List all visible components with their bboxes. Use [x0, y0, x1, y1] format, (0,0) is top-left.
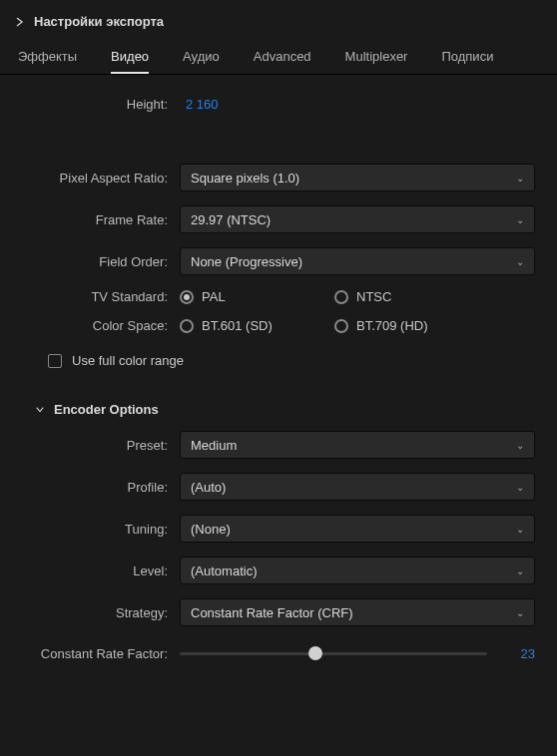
chevron-down-icon: ⌄	[516, 524, 524, 535]
radio-label: NTSC	[356, 289, 391, 304]
height-value[interactable]: 2 160	[180, 97, 219, 112]
profile-dropdown[interactable]: (Auto) ⌄	[180, 473, 535, 501]
field-order-dropdown[interactable]: None (Progressive) ⌄	[180, 247, 535, 275]
frame-rate-row: Frame Rate: 29.97 (NTSC) ⌄	[22, 205, 535, 233]
color-space-row: Color Space: BT.601 (SD) BT.709 (HD)	[22, 318, 535, 333]
radio-label: PAL	[202, 289, 226, 304]
checkbox-icon	[48, 354, 62, 368]
pixel-aspect-dropdown[interactable]: Square pixels (1.0) ⌄	[180, 164, 535, 191]
slider-track-line	[180, 652, 487, 655]
tuning-value: (None)	[191, 522, 231, 537]
crf-label: Constant Rate Factor:	[22, 646, 180, 661]
checkbox-label: Use full color range	[72, 353, 184, 368]
pixel-aspect-value: Square pixels (1.0)	[191, 171, 299, 186]
tuning-row: Tuning: (None) ⌄	[22, 515, 535, 543]
frame-rate-value: 29.97 (NTSC)	[191, 212, 271, 227]
chevron-down-icon	[36, 406, 44, 414]
chevron-down-icon: ⌄	[516, 214, 524, 225]
chevron-right-icon	[16, 18, 24, 26]
chevron-down-icon: ⌄	[516, 482, 524, 493]
tab-bar: Эффекты Видео Аудио Advanced Multiplexer…	[0, 37, 557, 75]
panel-title: Настройки экспорта	[34, 14, 164, 29]
preset-label: Preset:	[22, 438, 180, 453]
chevron-down-icon: ⌄	[516, 173, 524, 184]
field-order-label: Field Order:	[22, 254, 180, 269]
level-row: Level: (Automatic) ⌄	[22, 557, 535, 584]
radio-label: BT.709 (HD)	[356, 318, 428, 333]
level-value: (Automatic)	[191, 564, 257, 578]
strategy-label: Strategy:	[22, 605, 180, 620]
tab-captions[interactable]: Подписи	[441, 49, 493, 74]
profile-row: Profile: (Auto) ⌄	[22, 473, 535, 501]
preset-value: Medium	[191, 438, 237, 453]
tab-effects[interactable]: Эффекты	[18, 49, 77, 74]
crf-row: Constant Rate Factor: 23	[22, 644, 535, 662]
chevron-down-icon: ⌄	[516, 256, 524, 267]
color-space-label: Color Space:	[22, 318, 180, 333]
profile-label: Profile:	[22, 480, 180, 495]
radio-icon	[180, 319, 194, 333]
color-space-709-radio[interactable]: BT.709 (HD)	[334, 318, 489, 333]
pixel-aspect-row: Pixel Aspect Ratio: Square pixels (1.0) …	[22, 164, 535, 191]
strategy-row: Strategy: Constant Rate Factor (CRF) ⌄	[22, 598, 535, 626]
field-order-value: None (Progressive)	[191, 254, 302, 269]
preset-row: Preset: Medium ⌄	[22, 431, 535, 459]
tuning-dropdown[interactable]: (None) ⌄	[180, 515, 535, 543]
radio-icon	[334, 319, 348, 333]
frame-rate-dropdown[interactable]: 29.97 (NTSC) ⌄	[180, 205, 535, 233]
pixel-aspect-label: Pixel Aspect Ratio:	[22, 171, 180, 186]
full-color-range-checkbox[interactable]: Use full color range	[48, 353, 535, 368]
tuning-label: Tuning:	[22, 522, 180, 537]
radio-icon	[180, 290, 194, 304]
strategy-dropdown[interactable]: Constant Rate Factor (CRF) ⌄	[180, 598, 535, 626]
color-space-601-radio[interactable]: BT.601 (SD)	[180, 318, 334, 333]
level-dropdown[interactable]: (Automatic) ⌄	[180, 557, 535, 584]
tv-standard-row: TV Standard: PAL NTSC	[22, 289, 535, 304]
tab-video[interactable]: Видео	[111, 49, 149, 74]
preset-dropdown[interactable]: Medium ⌄	[180, 431, 535, 459]
field-order-row: Field Order: None (Progressive) ⌄	[22, 247, 535, 275]
tv-standard-pal-radio[interactable]: PAL	[180, 289, 334, 304]
video-settings-content: Height: 2 160 Pixel Aspect Ratio: Square…	[0, 75, 557, 700]
strategy-value: Constant Rate Factor (CRF)	[191, 605, 353, 620]
radio-icon	[334, 290, 348, 304]
profile-value: (Auto)	[191, 480, 226, 495]
radio-label: BT.601 (SD)	[202, 318, 273, 333]
slider-thumb[interactable]	[308, 646, 322, 660]
crf-slider[interactable]	[180, 644, 487, 662]
tv-standard-label: TV Standard:	[22, 289, 180, 304]
chevron-down-icon: ⌄	[516, 440, 524, 451]
export-settings-header[interactable]: Настройки экспорта	[0, 0, 557, 37]
chevron-down-icon: ⌄	[516, 566, 524, 576]
section-title: Encoder Options	[54, 402, 159, 417]
chevron-down-icon: ⌄	[516, 607, 524, 618]
encoder-options-header[interactable]: Encoder Options	[36, 402, 535, 417]
frame-rate-label: Frame Rate:	[22, 212, 180, 227]
level-label: Level:	[22, 564, 180, 578]
crf-value[interactable]: 23	[505, 646, 535, 661]
height-row: Height: 2 160	[22, 97, 535, 112]
height-label: Height:	[22, 97, 180, 112]
tab-multiplexer[interactable]: Multiplexer	[345, 49, 408, 74]
tab-advanced[interactable]: Advanced	[254, 49, 311, 74]
tv-standard-ntsc-radio[interactable]: NTSC	[334, 289, 489, 304]
tab-audio[interactable]: Аудио	[183, 49, 220, 74]
